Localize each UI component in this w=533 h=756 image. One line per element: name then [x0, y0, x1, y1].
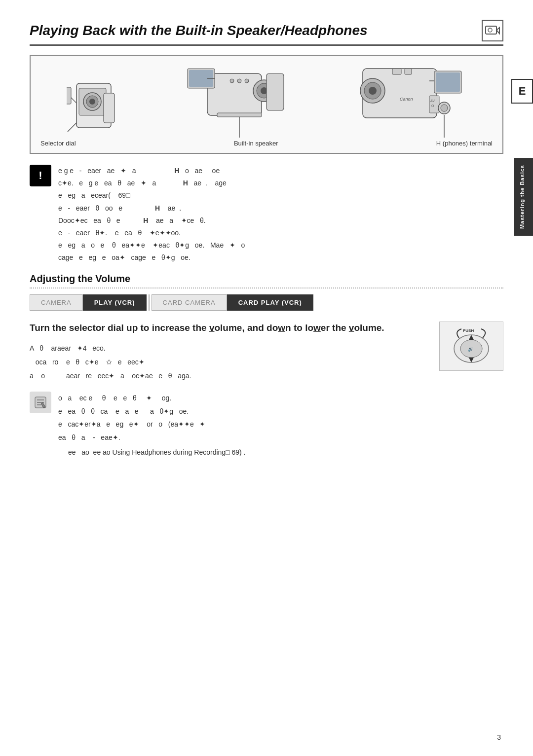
svg-point-22: [237, 79, 241, 83]
label-built-in-speaker: Built-in speaker: [234, 140, 278, 147]
diagram-images: Canon AV Ω: [40, 64, 493, 138]
dial-image: PUSH 🔊: [439, 322, 503, 371]
camera-main-view: [183, 64, 291, 138]
label-h-phones: H (phones) terminal: [436, 140, 493, 147]
svg-rect-29: [436, 72, 460, 92]
tab-card-camera[interactable]: CARD CAMERA: [152, 294, 227, 311]
svg-rect-13: [207, 73, 262, 115]
svg-text:Canon: Canon: [400, 97, 413, 102]
svg-rect-11: [67, 87, 71, 104]
page-container: E Mastering the Basics Playing Back with…: [0, 0, 533, 756]
camera-right-view: Canon AV Ω: [348, 64, 466, 138]
warning-icon: !: [30, 165, 51, 186]
diagram-box: Canon AV Ω Selector dial Built-in speake…: [30, 55, 503, 154]
svg-text:Ω: Ω: [431, 104, 434, 108]
section-heading: Adjusting the Volume: [30, 273, 503, 285]
svg-point-41: [441, 105, 448, 111]
diagram-labels: Selector dial Built-in speaker H (phones…: [40, 138, 493, 147]
e-tab: E: [511, 79, 533, 104]
svg-text:AV: AV: [430, 99, 435, 103]
svg-point-23: [245, 79, 249, 83]
instruction-heading: Turn the selector dial up to increase th…: [30, 322, 427, 335]
tab-play-vcr[interactable]: PLAY (VCR): [83, 294, 147, 311]
warning-box: ! e g e - eaer ae ✦ a H o ae oe c✦e. e g…: [30, 165, 503, 264]
page-number: 3: [497, 733, 501, 741]
svg-rect-8: [104, 93, 114, 123]
page-title: Playing Back with the Built-in Speaker/H…: [30, 23, 368, 38]
svg-rect-35: [405, 69, 412, 74]
tab-card-play-vcr[interactable]: CARD PLAY (VCR): [227, 294, 313, 311]
sidebar-label: Mastering the Basics: [514, 158, 533, 236]
svg-point-21: [230, 79, 234, 83]
svg-line-12: [68, 123, 76, 132]
instruction-text: A θ araear ✦4 eco. oca ro e θ c✦e ✩ e ee…: [30, 341, 427, 383]
instruction-area: Turn the selector dial up to increase th…: [30, 322, 503, 383]
svg-text:PUSH: PUSH: [463, 328, 474, 333]
warning-text: e g e - eaer ae ✦ a H o ae oe c✦e. e g e…: [58, 165, 245, 264]
tab-camera[interactable]: CAMERA: [30, 294, 83, 311]
tab-bar: CAMERA PLAY (VCR) CARD CAMERA CARD PLAY …: [30, 294, 503, 311]
label-selector-dial: Selector dial: [40, 140, 76, 147]
svg-point-33: [369, 87, 377, 95]
svg-rect-37: [429, 96, 439, 113]
svg-rect-34: [392, 69, 401, 74]
camera-side-view: [67, 73, 126, 138]
svg-rect-0: [486, 26, 496, 34]
note-text: o a ec e θ e e θ ✦ og. e ea θ θ ca e a e…: [58, 392, 245, 459]
svg-point-7: [89, 99, 95, 105]
section-divider: [30, 288, 503, 288]
title-icon: [482, 20, 503, 41]
note-icon: [30, 392, 51, 413]
see-also: ee ao ee ao Using Headphones during Reco…: [68, 446, 245, 459]
svg-rect-26: [217, 113, 262, 117]
note-box: o a ec e θ e e θ ✦ og. e ea θ θ ca e a e…: [30, 392, 503, 459]
title-section: Playing Back with the Built-in Speaker/H…: [30, 20, 503, 46]
svg-text:🔊: 🔊: [468, 346, 474, 352]
svg-rect-20: [266, 73, 284, 110]
svg-point-2: [488, 28, 492, 32]
tab-separator: [149, 294, 150, 311]
